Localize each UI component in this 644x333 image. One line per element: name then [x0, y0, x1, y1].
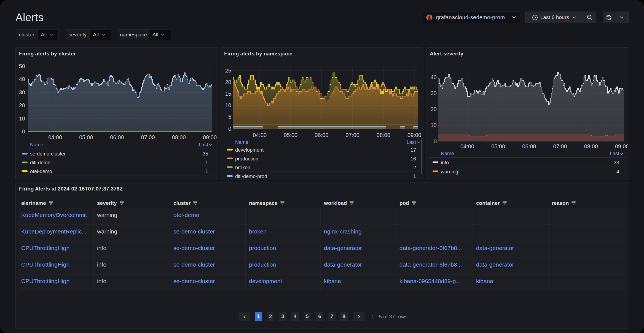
svg-text:06:00: 06:00 — [315, 132, 328, 138]
svg-text:35: 35 — [203, 151, 208, 157]
svg-text:Name: Name — [441, 151, 454, 156]
svg-text:07:00: 07:00 — [346, 132, 359, 138]
svg-text:se-demo-cluster: se-demo-cluster — [30, 151, 66, 157]
svg-text:1: 1 — [205, 169, 208, 174]
svg-text:2: 2 — [413, 165, 416, 170]
svg-text:05:00: 05:00 — [79, 134, 93, 140]
svg-text:15: 15 — [225, 91, 231, 97]
svg-text:07:00: 07:00 — [141, 134, 155, 140]
svg-text:04:00: 04:00 — [460, 143, 474, 149]
svg-text:20: 20 — [431, 106, 437, 112]
svg-text:50: 50 — [19, 63, 25, 69]
svg-text:1: 1 — [205, 160, 208, 165]
svg-text:20: 20 — [19, 102, 25, 108]
svg-text:16: 16 — [410, 156, 416, 162]
svg-text:05:00: 05:00 — [284, 132, 297, 138]
svg-text:09:00: 09:00 — [203, 134, 217, 140]
svg-text:warning: warning — [441, 169, 458, 174]
svg-text:production: production — [235, 156, 258, 162]
svg-text:Name: Name — [235, 139, 248, 145]
svg-text:Last: Last — [407, 139, 416, 145]
svg-text:1: 1 — [413, 174, 416, 179]
svg-text:0: 0 — [228, 126, 231, 132]
svg-text:Last: Last — [610, 151, 619, 156]
svg-text:08:00: 08:00 — [377, 132, 390, 138]
svg-text:10: 10 — [19, 116, 25, 122]
svg-text:09:00: 09:00 — [407, 132, 421, 138]
svg-text:info: info — [441, 160, 449, 165]
svg-text:0: 0 — [22, 128, 25, 135]
svg-text:20: 20 — [225, 79, 231, 85]
svg-text:09:00: 09:00 — [615, 143, 628, 149]
svg-text:04:00: 04:00 — [253, 132, 267, 138]
svg-text:40: 40 — [431, 74, 437, 80]
svg-text:Last: Last — [199, 142, 208, 147]
svg-text:06:00: 06:00 — [110, 134, 124, 140]
svg-text:25: 25 — [225, 68, 231, 74]
svg-text:08:00: 08:00 — [172, 134, 186, 140]
svg-text:06:00: 06:00 — [522, 143, 536, 149]
svg-text:17: 17 — [410, 147, 416, 153]
svg-text:ditl-demo-prod: ditl-demo-prod — [235, 174, 267, 179]
svg-text:10: 10 — [431, 122, 437, 128]
svg-text:0: 0 — [434, 138, 437, 144]
svg-text:development: development — [235, 147, 264, 153]
svg-text:4: 4 — [616, 169, 619, 174]
svg-text:04:00: 04:00 — [48, 134, 62, 140]
svg-text:5: 5 — [228, 114, 231, 120]
svg-text:08:00: 08:00 — [584, 143, 598, 149]
svg-text:10: 10 — [225, 102, 231, 108]
svg-text:40: 40 — [19, 76, 25, 82]
svg-text:Name: Name — [30, 142, 43, 147]
svg-text:07:00: 07:00 — [553, 143, 567, 149]
svg-text:otel-demo: otel-demo — [30, 169, 52, 174]
svg-text:ditl-demo: ditl-demo — [30, 160, 50, 165]
svg-text:30: 30 — [19, 89, 25, 95]
svg-text:05:00: 05:00 — [491, 143, 505, 149]
svg-text:33: 33 — [614, 160, 619, 165]
svg-text:30: 30 — [431, 90, 437, 96]
svg-text:broken: broken — [235, 165, 250, 170]
